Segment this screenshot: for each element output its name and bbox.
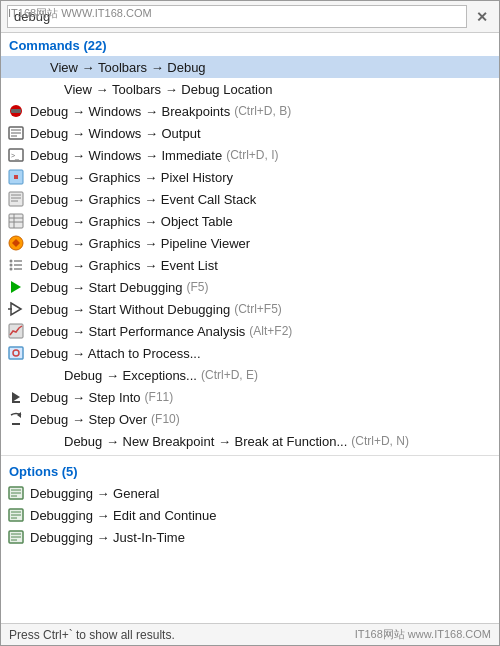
start-debug-icon (7, 279, 25, 295)
attach-icon (7, 345, 25, 361)
list-item[interactable]: Debug → Graphics → Pipeline Viewer (1, 232, 499, 254)
item-text: Debug → New Breakpoint → Break at Functi… (64, 434, 347, 449)
item-text: Debug → Start Performance Analysis (30, 324, 245, 339)
svg-marker-31 (12, 392, 20, 402)
list-item[interactable]: Debug → Attach to Process... (1, 342, 499, 364)
stepinto-icon (7, 389, 25, 405)
main-container: IT168网站 WWW.IT168.COM ✕ Commands (22) Vi… (0, 0, 500, 646)
item-text: View → Toolbars → Debug (50, 60, 206, 75)
no-icon (41, 81, 59, 97)
list-item[interactable]: Debug → Step Over (F10) (1, 408, 499, 430)
section-divider (1, 455, 499, 456)
item-shortcut: (F5) (186, 280, 208, 294)
svg-rect-14 (9, 214, 23, 228)
object-table-icon (7, 213, 25, 229)
breakpoint-icon (7, 103, 25, 119)
svg-point-21 (10, 268, 13, 271)
item-text: Debug → Step Over (30, 412, 147, 427)
svg-marker-25 (11, 281, 21, 293)
output-icon (7, 125, 25, 141)
svg-rect-10 (9, 192, 23, 206)
event-list-icon (7, 257, 25, 273)
item-text: View → Toolbars → Debug Location (64, 82, 272, 97)
list-item[interactable]: Debug → Start Performance Analysis (Alt+… (1, 320, 499, 342)
svg-rect-1 (11, 109, 21, 113)
list-item[interactable]: Debug → Windows → Breakpoints (Ctrl+D, B… (1, 100, 499, 122)
svg-text:>_: >_ (11, 152, 19, 160)
stepover-icon (7, 411, 25, 427)
list-item[interactable]: Debug → Step Into (F11) (1, 386, 499, 408)
item-text: Debug → Step Into (30, 390, 141, 405)
item-shortcut: (Ctrl+D, B) (234, 104, 291, 118)
svg-point-20 (10, 264, 13, 267)
svg-rect-9 (14, 175, 18, 179)
list-item[interactable]: Debug → Graphics → Event List (1, 254, 499, 276)
item-text: Debug → Graphics → Pixel History (30, 170, 233, 185)
item-text: Debugging → General (30, 486, 159, 501)
item-shortcut: (Ctrl+D, E) (201, 368, 258, 382)
option-icon-1 (7, 485, 25, 501)
list-item[interactable]: Debugging → Just-In-Time (1, 526, 499, 548)
item-text: Debugging → Edit and Continue (30, 508, 216, 523)
results-content: Commands (22) View → Toolbars → Debug Vi… (1, 33, 499, 623)
list-item[interactable]: Debugging → Edit and Continue (1, 504, 499, 526)
status-text: Press Ctrl+` to show all results. (9, 628, 175, 642)
event-callstack-icon (7, 191, 25, 207)
item-text: Debug → Graphics → Pipeline Viewer (30, 236, 250, 251)
svg-rect-29 (9, 347, 23, 359)
list-item[interactable]: >_ Debug → Windows → Immediate (Ctrl+D, … (1, 144, 499, 166)
item-text: Debug → Windows → Immediate (30, 148, 222, 163)
list-item[interactable]: Debug → Graphics → Object Table (1, 210, 499, 232)
list-item[interactable]: View → Toolbars → Debug (1, 56, 499, 78)
item-text: Debug → Attach to Process... (30, 346, 201, 361)
item-text: Debug → Graphics → Event Call Stack (30, 192, 256, 207)
list-item[interactable]: Debugging → General (1, 482, 499, 504)
list-item[interactable]: Debug → New Breakpoint → Break at Functi… (1, 430, 499, 452)
perf-icon (7, 323, 25, 339)
item-text: Debug → Windows → Breakpoints (30, 104, 230, 119)
status-bar: Press Ctrl+` to show all results. IT168网… (1, 623, 499, 645)
no-icon (41, 367, 59, 383)
list-item[interactable]: Debug → Exceptions... (Ctrl+D, E) (1, 364, 499, 386)
list-item[interactable]: Debug → Graphics → Pixel History (1, 166, 499, 188)
list-item[interactable]: View → Toolbars → Debug Location (1, 78, 499, 100)
item-shortcut: (F10) (151, 412, 180, 426)
svg-point-19 (10, 260, 13, 263)
item-shortcut: (Ctrl+D, N) (351, 434, 409, 448)
option-icon-3 (7, 529, 25, 545)
no-icon (41, 433, 59, 449)
item-text: Debug → Graphics → Object Table (30, 214, 233, 229)
item-text: Debug → Start Debugging (30, 280, 182, 295)
list-item[interactable]: Debug → Graphics → Event Call Stack (1, 188, 499, 210)
pipeline-icon (7, 235, 25, 251)
watermark-top: IT168网站 WWW.IT168.COM (8, 6, 152, 21)
item-text: Debug → Graphics → Event List (30, 258, 218, 273)
list-item[interactable]: Debug → Start Without Debugging (Ctrl+F5… (1, 298, 499, 320)
item-shortcut: (Ctrl+F5) (234, 302, 282, 316)
pixel-icon (7, 169, 25, 185)
item-text: Debug → Exceptions... (64, 368, 197, 383)
item-text: Debugging → Just-In-Time (30, 530, 185, 545)
start-nodebug-icon (7, 301, 25, 317)
list-item[interactable]: Debug → Start Debugging (F5) (1, 276, 499, 298)
item-shortcut: (Ctrl+D, I) (226, 148, 278, 162)
immediate-icon: >_ (7, 147, 25, 163)
no-icon (27, 59, 45, 75)
commands-section-header: Commands (22) (1, 33, 499, 56)
watermark-bottom: IT168网站 www.IT168.COM (355, 627, 491, 642)
close-button[interactable]: ✕ (471, 7, 493, 27)
option-icon-2 (7, 507, 25, 523)
item-text: Debug → Windows → Output (30, 126, 201, 141)
item-shortcut: (Alt+F2) (249, 324, 292, 338)
svg-marker-26 (11, 303, 21, 315)
item-text: Debug → Start Without Debugging (30, 302, 230, 317)
options-section-header: Options (5) (1, 459, 499, 482)
list-item[interactable]: Debug → Windows → Output (1, 122, 499, 144)
item-shortcut: (F11) (145, 390, 174, 404)
